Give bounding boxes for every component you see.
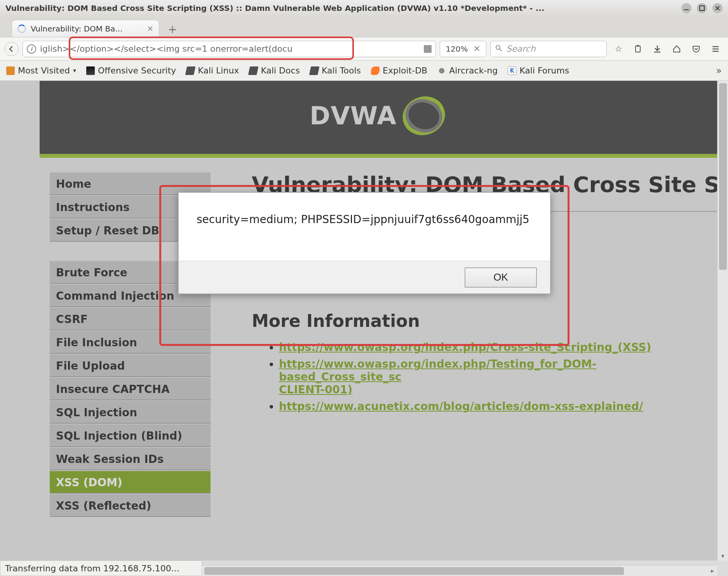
tab-close-icon[interactable]: ✕ xyxy=(147,24,153,33)
page-content: DVWA HomeInstructionsSetup / Reset DB Br… xyxy=(0,81,717,560)
url-text: iglish></option></select><img src=1 oner… xyxy=(40,44,420,54)
javascript-alert: security=medium; PHPSESSID=jppnjuuif7gt6… xyxy=(178,192,551,294)
site-icon xyxy=(86,66,95,75)
svg-rect-0 xyxy=(684,9,689,10)
url-input[interactable]: i iglish></option></select><img src=1 on… xyxy=(23,41,436,57)
site-icon xyxy=(248,66,259,75)
site-icon xyxy=(185,66,196,75)
clipboard-icon[interactable] xyxy=(630,41,646,57)
scroll-right-arrow[interactable]: ▸ xyxy=(708,566,717,576)
site-icon xyxy=(371,66,380,75)
zoom-reset-icon[interactable]: ✕ xyxy=(474,44,481,54)
new-tab-button[interactable]: + xyxy=(164,21,181,37)
svg-rect-6 xyxy=(636,46,640,52)
home-icon[interactable] xyxy=(669,41,684,57)
site-icon xyxy=(437,66,446,75)
folder-icon xyxy=(6,66,15,75)
vertical-scrollbar[interactable]: ▾ xyxy=(717,81,728,560)
search-input[interactable]: Search xyxy=(490,41,607,57)
browser-tab[interactable]: Vulnerability: DOM Ba... ✕ xyxy=(12,20,159,37)
minimize-button[interactable] xyxy=(681,3,691,13)
back-button[interactable] xyxy=(5,42,19,56)
site-icon xyxy=(508,66,516,75)
status-text: Transferring data from 192.168.75.100... xyxy=(5,564,179,573)
close-button[interactable] xyxy=(712,3,723,13)
zoom-indicator[interactable]: 120% ✕ xyxy=(440,41,486,57)
search-icon xyxy=(495,44,502,54)
nav-bar: i iglish></option></select><img src=1 on… xyxy=(0,37,728,61)
maximize-button[interactable] xyxy=(697,3,707,13)
downloads-icon[interactable] xyxy=(650,41,665,57)
bookmark-most-visited[interactable]: Most Visited▾ xyxy=(6,66,76,75)
svg-rect-7 xyxy=(637,45,639,47)
bookmarks-overflow-icon[interactable]: » xyxy=(716,65,722,76)
search-placeholder: Search xyxy=(506,44,602,54)
alert-message: security=medium; PHPSESSID=jppnjuuif7gt6… xyxy=(179,193,550,261)
alert-button-row: OK xyxy=(179,261,550,293)
bookmark-kali-tools[interactable]: Kali Tools xyxy=(310,66,361,75)
window-titlebar: Vulnerability: DOM Based Cross Site Scri… xyxy=(0,0,728,16)
alert-ok-button[interactable]: OK xyxy=(465,267,537,288)
chevron-down-icon: ▾ xyxy=(73,67,76,74)
loading-spinner-icon xyxy=(17,24,26,33)
menu-icon[interactable] xyxy=(708,41,723,57)
svg-point-4 xyxy=(496,45,500,49)
scroll-thumb[interactable] xyxy=(719,83,727,270)
status-bar: Transferring data from 192.168.75.100... xyxy=(0,560,202,576)
site-info-icon[interactable]: i xyxy=(27,44,36,54)
bookmark-kali-linux[interactable]: Kali Linux xyxy=(186,66,239,75)
tab-label: Vulnerability: DOM Ba... xyxy=(31,24,142,33)
bookmark-kali-forums[interactable]: Kali Forums xyxy=(508,66,569,75)
viewport: DVWA HomeInstructionsSetup / Reset DB Br… xyxy=(0,81,728,560)
bookmark-kali-docs[interactable]: Kali Docs xyxy=(249,66,300,75)
zoom-level: 120% xyxy=(446,44,468,54)
scroll-thumb[interactable] xyxy=(204,567,624,575)
site-icon xyxy=(309,66,320,75)
bookmark-offensive-security[interactable]: Offensive Security xyxy=(86,66,176,75)
window-title: Vulnerability: DOM Based Cross Site Scri… xyxy=(5,3,676,13)
bookmark-star-icon[interactable]: ☆ xyxy=(611,41,626,57)
svg-rect-1 xyxy=(700,6,704,10)
tab-strip: Vulnerability: DOM Ba... ✕ + xyxy=(0,16,728,37)
scroll-down-arrow[interactable]: ▾ xyxy=(718,551,728,560)
svg-line-5 xyxy=(500,49,502,51)
bookmarks-bar: Most Visited▾ Offensive Security Kali Li… xyxy=(0,61,728,81)
horizontal-scrollbar[interactable]: ▸ xyxy=(202,565,717,576)
reader-mode-icon[interactable] xyxy=(424,45,432,53)
pocket-icon[interactable] xyxy=(688,41,704,57)
modal-overlay xyxy=(0,81,717,560)
bookmark-exploit-db[interactable]: Exploit-DB xyxy=(371,66,427,75)
bookmark-aircrack-ng[interactable]: Aircrack-ng xyxy=(437,66,498,75)
